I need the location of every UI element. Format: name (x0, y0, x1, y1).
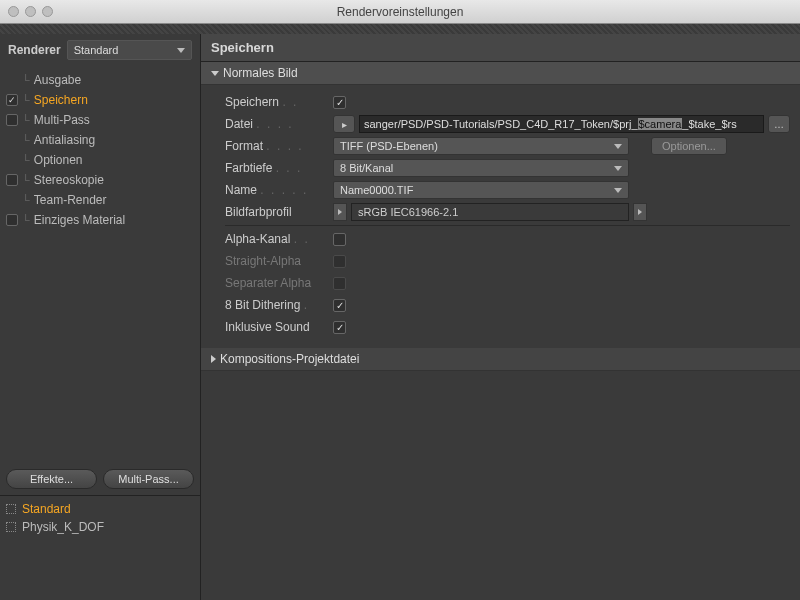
chevron-down-icon (614, 144, 622, 149)
preset-icon (6, 504, 16, 514)
tree-elbow-icon: └ (22, 94, 28, 106)
field-label: Bildfarbprofil (225, 205, 329, 219)
checkbox[interactable] (6, 174, 18, 186)
checkbox[interactable] (6, 214, 18, 226)
row-datei: Datei . . . . ▸ sanger/PSD/PSD-Tutorials… (225, 113, 790, 135)
tree-elbow-icon: └ (22, 214, 28, 226)
row-name: Name . . . . . Name0000.TIF (225, 179, 790, 201)
save-checkbox[interactable] (333, 96, 346, 109)
dithering-checkbox[interactable] (333, 299, 346, 312)
chevron-down-icon (614, 166, 622, 171)
profile-picker-button[interactable] (333, 203, 347, 221)
sidebar: Renderer Standard └ Ausgabe └ Speichern … (0, 34, 200, 600)
tree-item-einziges-material[interactable]: └ Einziges Material (0, 210, 200, 230)
settings-tree: └ Ausgabe └ Speichern └ Multi-Pass └ Ant… (0, 66, 200, 234)
section-kompositions[interactable]: Kompositions-Projektdatei (201, 348, 800, 371)
color-profile-field[interactable]: sRGB IEC61966-2.1 (351, 203, 629, 221)
titlebar: Rendervoreinstellungen (0, 0, 800, 24)
field-label: Farbtiefe . . . (225, 161, 329, 175)
disclosure-down-icon (211, 71, 219, 76)
tree-item-ausgabe[interactable]: └ Ausgabe (0, 70, 200, 90)
tree-elbow-icon: └ (22, 194, 28, 206)
preset-physik[interactable]: Physik_K_DOF (0, 518, 200, 536)
checkbox-blank (6, 194, 18, 206)
disclosure-right-icon (211, 355, 216, 363)
effects-button[interactable]: Effekte... (6, 469, 97, 489)
multipass-button[interactable]: Multi-Pass... (103, 469, 194, 489)
depth-dropdown[interactable]: 8 Bit/Kanal (333, 159, 629, 177)
row-speichern: Speichern . . (225, 91, 790, 113)
checkbox-blank (6, 154, 18, 166)
format-dropdown[interactable]: TIFF (PSD-Ebenen) (333, 137, 629, 155)
alpha-checkbox[interactable] (333, 233, 346, 246)
field-label: Speichern . . (225, 95, 329, 109)
preset-icon (6, 522, 16, 532)
renderer-label: Renderer (8, 43, 61, 57)
texture-strip (0, 24, 800, 34)
tree-item-antialiasing[interactable]: └ Antialiasing (0, 130, 200, 150)
tree-label: Speichern (34, 93, 88, 107)
file-path-input[interactable]: sanger/PSD/PSD-Tutorials/PSD_C4D_R17_Tok… (359, 115, 764, 133)
section-label: Normales Bild (223, 66, 298, 80)
sidebar-buttons: Effekte... Multi-Pass... (0, 463, 200, 495)
tree-elbow-icon: └ (22, 74, 28, 86)
window-title: Rendervoreinstellungen (0, 5, 800, 19)
browse-button[interactable]: … (768, 115, 790, 133)
preset-label: Physik_K_DOF (22, 520, 104, 534)
preset-label: Standard (22, 502, 71, 516)
panel-title: Speichern (201, 34, 800, 62)
selected-token: $camera (638, 118, 683, 130)
renderer-dropdown[interactable]: Standard (67, 40, 192, 60)
field-label: Separater Alpha (225, 276, 329, 290)
tree-elbow-icon: └ (22, 154, 28, 166)
chevron-down-icon (177, 48, 185, 53)
field-label: Name . . . . . (225, 183, 329, 197)
section-label: Kompositions-Projektdatei (220, 352, 359, 366)
sound-checkbox[interactable] (333, 321, 346, 334)
tree-item-optionen[interactable]: └ Optionen (0, 150, 200, 170)
field-label: Alpha-Kanal . . (225, 232, 329, 246)
profile-next-button[interactable] (633, 203, 647, 221)
separator (225, 225, 790, 226)
row-alpha: Alpha-Kanal . . (225, 228, 790, 250)
tree-item-stereoskopie[interactable]: └ Stereoskopie (0, 170, 200, 190)
row-farbtiefe: Farbtiefe . . . 8 Bit/Kanal (225, 157, 790, 179)
field-label: Straight-Alpha (225, 254, 329, 268)
tree-elbow-icon: └ (22, 174, 28, 186)
renderer-row: Renderer Standard (0, 34, 200, 66)
format-options-button[interactable]: Optionen... (651, 137, 727, 155)
form-normales-bild: Speichern . . Datei . . . . ▸ sanger/PSD… (201, 85, 800, 348)
field-label: Format . . . . (225, 139, 329, 153)
reveal-button[interactable]: ▸ (333, 115, 355, 133)
row-bildfarbprofil: Bildfarbprofil sRGB IEC61966-2.1 (225, 201, 790, 223)
tree-label: Team-Render (34, 193, 107, 207)
separate-alpha-checkbox (333, 277, 346, 290)
field-label: Inklusive Sound (225, 320, 329, 334)
row-sound: Inklusive Sound (225, 316, 790, 338)
tree-elbow-icon: └ (22, 134, 28, 146)
tree-item-multipass[interactable]: └ Multi-Pass (0, 110, 200, 130)
row-straight-alpha: Straight-Alpha (225, 250, 790, 272)
straight-alpha-checkbox (333, 255, 346, 268)
tree-item-speichern[interactable]: └ Speichern (0, 90, 200, 110)
field-label: 8 Bit Dithering . (225, 298, 329, 312)
settings-panel: Speichern Normales Bild Speichern . . Da… (200, 34, 800, 600)
tree-label: Einziges Material (34, 213, 125, 227)
tree-label: Optionen (34, 153, 83, 167)
row-format: Format . . . . TIFF (PSD-Ebenen) Optione… (225, 135, 790, 157)
field-label: Datei . . . . (225, 117, 329, 131)
row-dithering: 8 Bit Dithering . (225, 294, 790, 316)
section-normales-bild[interactable]: Normales Bild (201, 62, 800, 85)
tree-label: Ausgabe (34, 73, 81, 87)
renderer-value: Standard (74, 44, 119, 56)
preset-standard[interactable]: Standard (0, 500, 200, 518)
tree-elbow-icon: └ (22, 114, 28, 126)
checkbox-blank (6, 134, 18, 146)
checkbox[interactable] (6, 94, 18, 106)
checkbox[interactable] (6, 114, 18, 126)
chevron-down-icon (614, 188, 622, 193)
checkbox-blank (6, 74, 18, 86)
tree-item-teamrender[interactable]: └ Team-Render (0, 190, 200, 210)
name-dropdown[interactable]: Name0000.TIF (333, 181, 629, 199)
tree-label: Multi-Pass (34, 113, 90, 127)
